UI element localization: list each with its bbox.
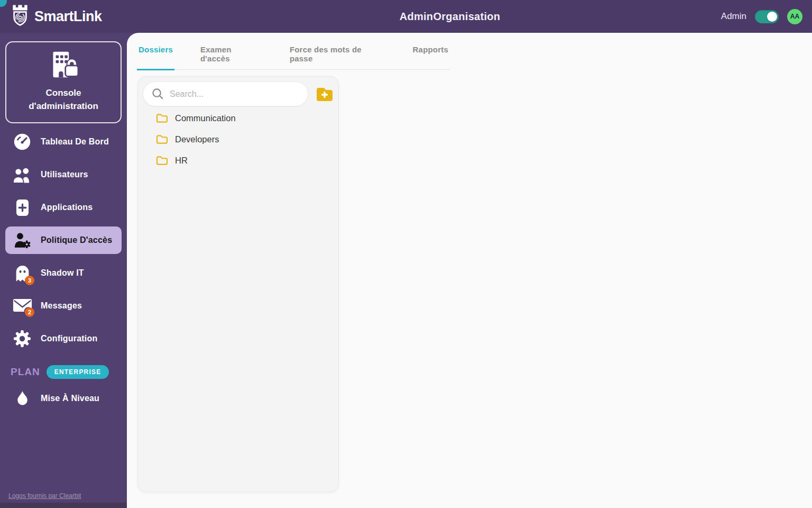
folder-row-hr[interactable]: HR [156,150,334,171]
clearbit-attribution-link[interactable]: Logos fournis par Clearbit [8,492,81,500]
folder-list: Communication Developers HR [143,107,334,171]
sidebar-item-shadow-it[interactable]: 3 Shadow IT [5,259,122,287]
sidebar-bottom-strip [0,503,127,508]
corner-accent-dot [0,0,7,7]
folder-name: Developers [175,134,219,144]
search-input[interactable] [170,89,299,99]
folder-row-developers[interactable]: Developers [156,129,334,150]
brand[interactable]: SmartLink [10,4,102,29]
add-folder-button[interactable] [316,86,334,102]
gauge-icon [12,133,33,151]
main-content: Dossiers Examen d'accès Force des mots d… [127,33,812,508]
shield-fingerprint-logo-icon [10,4,31,29]
brand-name: SmartLink [34,8,102,25]
sidebar-item-label: Utilisateurs [41,170,88,179]
sidebar: Console d'administration Tableau De Bord [0,33,127,508]
messages-badge: 2 [25,307,34,317]
admin-console-card[interactable]: Console d'administration [5,41,122,123]
building-lock-icon [47,72,80,81]
user-avatar[interactable]: AA [787,9,802,24]
folder-icon [156,113,168,123]
toggle-knob [767,12,777,22]
folder-icon [156,156,168,166]
folder-plus-icon [316,86,334,102]
mail-icon: 2 [12,298,33,314]
app-plus-icon [12,199,33,216]
sidebar-item-messages[interactable]: 2 Messages [5,292,122,320]
sidebar-item-upgrade[interactable]: Mise À Niveau [5,386,122,411]
tab-dossiers[interactable]: Dossiers [137,45,174,70]
sidebar-item-applications[interactable]: Applications [5,194,122,221]
flame-icon [12,391,33,407]
sidebar-item-label: Applications [41,203,93,212]
search-icon [152,88,164,100]
plan-enterprise-badge[interactable]: ENTERPRISE [47,365,109,379]
admin-mode-label: Admin [721,11,746,22]
sidebar-item-label: Tableau De Bord [41,137,109,147]
console-label: Console d'administration [11,87,116,113]
admin-mode-toggle[interactable] [755,10,779,23]
sidebar-item-dashboard[interactable]: Tableau De Bord [5,128,122,156]
header-controls: Admin AA [721,9,802,24]
plan-label: PLAN [11,366,40,378]
tab-examen-dacces[interactable]: Examen d'accès [199,45,264,69]
sidebar-item-label: Configuration [41,334,97,343]
sidebar-item-label: Shadow IT [41,268,84,278]
app-header: SmartLink AdminOrganisation Admin AA [0,0,812,33]
sidebar-item-label: Mise À Niveau [41,394,99,403]
tab-bar: Dossiers Examen d'accès Force des mots d… [137,45,450,70]
folder-row-communication[interactable]: Communication [156,107,334,129]
search-row [143,81,334,106]
sidebar-item-label: Politique D'accès [41,235,112,245]
folder-icon [156,134,168,144]
folder-name: HR [175,156,188,166]
sidebar-item-label: Messages [41,301,82,311]
folder-name: Communication [175,113,236,123]
users-icon [12,167,33,183]
gear-icon [12,330,33,348]
sidebar-item-access-policy[interactable]: Politique D'accès [5,226,122,254]
page-title: AdminOrganisation [400,11,501,23]
tab-rapports[interactable]: Rapports [411,45,450,69]
tab-force-mots-de-passe[interactable]: Force des mots de passe [288,45,387,69]
user-gear-icon [12,232,33,249]
folders-panel: Communication Developers HR [137,76,339,492]
plan-row: PLAN ENTERPRISE [11,365,122,379]
shadow-it-badge: 3 [25,276,34,285]
sidebar-item-configuration[interactable]: Configuration [5,325,122,352]
sidebar-item-users[interactable]: Utilisateurs [5,161,122,188]
search-box[interactable] [143,81,308,106]
ghost-icon: 3 [12,265,33,282]
